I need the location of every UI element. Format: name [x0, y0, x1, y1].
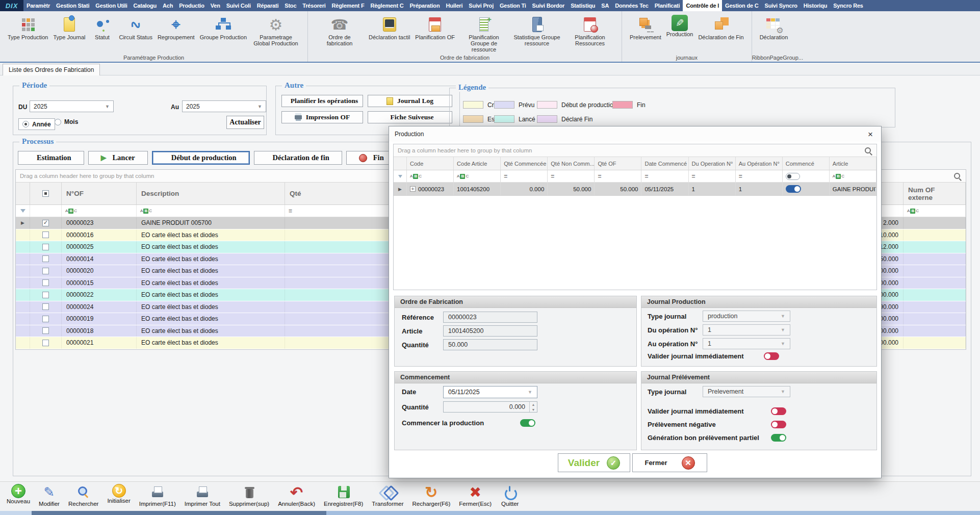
cell-num-of-externe[interactable] [904, 325, 966, 337]
toolbar-button[interactable]: Rechercher [65, 483, 102, 507]
menu-item[interactable]: Règlement C [367, 0, 406, 11]
processus-button[interactable]: Estimation [18, 151, 84, 165]
menu-item[interactable]: Statistiqu [568, 0, 598, 11]
menu-item[interactable]: SA [598, 0, 612, 11]
cell-nof[interactable]: 00000018 [62, 325, 137, 337]
cell-nof[interactable]: 00000023 [62, 217, 137, 229]
dialog-column-header[interactable]: Date Commencé [641, 157, 688, 170]
cell-nof[interactable]: 00000024 [62, 301, 137, 313]
dialog-grid-row[interactable]: ▶ +00000023 1001405200 0.000 50.000 50.0… [394, 183, 876, 196]
menu-item[interactable]: Suivi Coli [223, 0, 254, 11]
cell-nof[interactable]: 00000016 [62, 229, 137, 241]
row-checkbox[interactable] [42, 340, 49, 346]
row-select-cell[interactable] [30, 337, 62, 349]
option-toggle[interactable] [771, 434, 786, 442]
ribbon-item[interactable]: Déclaration tactil [366, 15, 412, 40]
toolbar-button[interactable]: Modifier [35, 483, 63, 507]
cell-qte-commencee[interactable]: 0.000 [501, 183, 548, 195]
ribbon-item[interactable]: Planification Groupe de ressource [457, 15, 510, 53]
cell-date-commence[interactable]: 05/11/2025 [641, 183, 688, 195]
row-select-cell[interactable] [30, 253, 62, 265]
ribbon-item[interactable]: Planification Ressources [563, 15, 616, 46]
period-radio[interactable]: Mois [55, 118, 78, 125]
cell-num-of-externe[interactable] [904, 241, 966, 253]
autre-button[interactable]: Journal Log [368, 95, 452, 107]
row-select-cell[interactable] [30, 265, 62, 277]
dialog-column-header[interactable]: Article [830, 157, 876, 170]
column-header-num-of-externe[interactable]: Num OF externe [904, 183, 966, 204]
menu-item[interactable]: Ven [208, 0, 223, 11]
row-select-cell[interactable] [30, 313, 62, 325]
filter-cell[interactable]: = [641, 170, 688, 182]
toolbar-button[interactable]: Supprimer(sup) [225, 483, 273, 507]
cell-nof[interactable]: 00000015 [62, 277, 137, 289]
search-icon[interactable] [953, 172, 962, 181]
toolbar-button[interactable]: Initialiser [104, 483, 134, 504]
cell-num-of-externe[interactable] [904, 337, 966, 349]
cell-code[interactable]: +00000023 [407, 183, 454, 195]
menu-item[interactable]: Historiqu [801, 0, 830, 11]
column-header-description[interactable]: Description [137, 183, 285, 204]
du-select[interactable]: 2025 ▼ [30, 100, 114, 112]
dialog-column-header[interactable]: Code [407, 157, 454, 170]
processus-button[interactable]: Lancer [88, 151, 148, 165]
dialog-titlebar[interactable]: Production × [389, 126, 881, 142]
commencer-production-toggle[interactable] [520, 419, 535, 427]
toolbar-button[interactable]: Annuler(Back) [274, 483, 319, 507]
toolbar-button[interactable]: Recharger(F6) [409, 483, 454, 507]
menu-item[interactable]: Gestion Utili [92, 0, 130, 11]
filter-cell[interactable]: = [595, 170, 641, 182]
cell-article[interactable]: GAINE PRODUIT... [830, 183, 876, 195]
row-checkbox[interactable] [42, 220, 49, 226]
row-select-cell[interactable] [30, 325, 62, 337]
date-combo[interactable]: 05/11/2025 ▼ [443, 386, 537, 398]
row-checkbox[interactable] [42, 292, 49, 298]
reference-field[interactable]: 00000023 [443, 312, 537, 323]
filter-cell[interactable] [394, 170, 407, 182]
fermer-button[interactable]: Fermer ✕ [632, 453, 707, 472]
cell-qte-non-comm[interactable]: 50.000 [548, 183, 595, 195]
dialog-group-by-panel[interactable]: Drag a column header here to group by th… [394, 144, 876, 157]
cell-nof[interactable]: 00000019 [62, 313, 137, 325]
row-checkbox[interactable] [42, 255, 49, 262]
menu-item[interactable]: Préparation [406, 0, 443, 11]
cell-num-of-externe[interactable] [904, 277, 966, 289]
filter-cell[interactable] [904, 205, 966, 217]
select-all-checkbox[interactable] [30, 183, 62, 204]
row-checkbox[interactable] [42, 231, 49, 238]
dialog-column-header[interactable]: Du Operation N° [689, 157, 736, 170]
close-icon[interactable]: × [865, 130, 875, 139]
spin-down-icon[interactable]: ▼ [530, 407, 537, 412]
ribbon-item[interactable]: Regroupement [155, 15, 197, 40]
filter-cell[interactable] [830, 170, 876, 182]
tab-liste-des-ordres-de-fabrication[interactable]: Liste des Ordres de Fabrication [3, 64, 100, 75]
filter-cell[interactable] [454, 170, 501, 182]
dialog-column-header[interactable]: Qté Commencée [501, 157, 548, 170]
cell-description[interactable]: EO carte élect bas et diodes [137, 325, 285, 337]
cell-description[interactable]: GAINE PRODUIT 005700 [137, 217, 285, 229]
cell-num-of-externe[interactable] [904, 229, 966, 241]
filter-cell[interactable]: = [501, 170, 548, 182]
filter-cell[interactable] [783, 170, 830, 182]
period-radio[interactable]: Année [18, 118, 55, 130]
menu-item[interactable]: Syncro Res [830, 0, 866, 11]
ribbon-item[interactable]: Statistique Groupe ressource [510, 15, 563, 46]
row-select-cell[interactable] [30, 301, 62, 313]
cell-description[interactable]: EO carte élect bas et diodes [137, 337, 285, 349]
option-toggle[interactable] [771, 407, 786, 415]
cell-nof[interactable]: 00000020 [62, 265, 137, 277]
toggle-filter-icon[interactable] [786, 173, 800, 180]
cell-num-of-externe[interactable] [904, 253, 966, 265]
ribbon-item[interactable]: Type Journal [51, 15, 88, 40]
filter-cell[interactable]: = [689, 170, 736, 182]
toolbar-button[interactable]: Enregistrer(F8) [320, 483, 367, 507]
column-header-nof[interactable]: N°OF [62, 183, 137, 204]
search-icon[interactable] [864, 146, 872, 155]
menu-item[interactable]: Suivi Bordor [529, 0, 568, 11]
cell-num-of-externe[interactable] [904, 313, 966, 325]
cell-nof[interactable]: 00000021 [62, 337, 137, 349]
menu-item[interactable]: Paramètr [23, 0, 53, 11]
filter-cell[interactable] [62, 205, 137, 217]
cell-au-operation[interactable]: 1 [736, 183, 783, 195]
menu-item[interactable]: Huileri [443, 0, 466, 11]
